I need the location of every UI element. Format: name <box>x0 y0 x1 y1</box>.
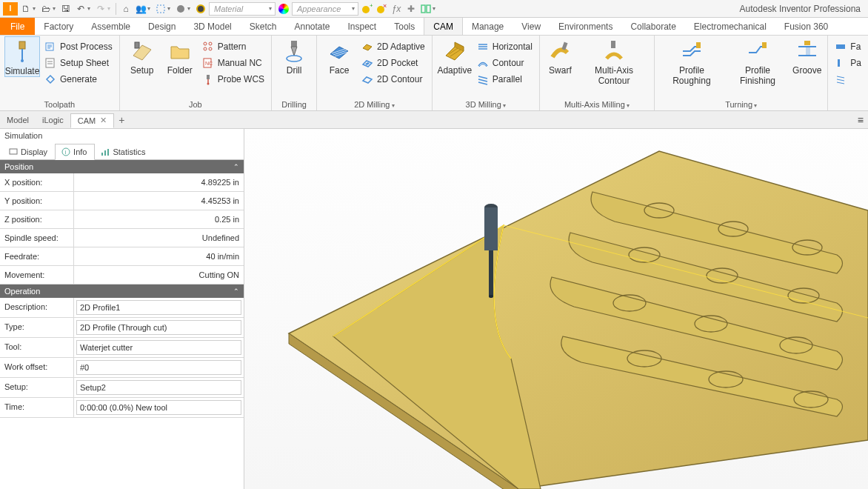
appearance-add-icon[interactable]: + <box>360 2 373 16</box>
display-icon <box>9 147 18 156</box>
parallel-icon <box>477 73 489 85</box>
position-header[interactable]: Position⌃ <box>0 160 244 173</box>
2d-adaptive-icon <box>361 41 373 53</box>
profile-roughing-button[interactable]: Profile Roughing <box>659 36 724 86</box>
probewcs-button[interactable]: Probe WCS <box>200 72 267 87</box>
spindle-row: Spindle speed:Undefined <box>0 229 244 247</box>
multiaxis-contour-button[interactable]: Multi-Axis Contour <box>578 36 650 86</box>
collapse-icon[interactable]: ⌃ <box>233 163 239 170</box>
tool-row: Tool:Waterjet cutter <box>0 338 244 358</box>
generate-button[interactable]: Generate <box>42 72 115 87</box>
generate-icon <box>44 73 56 85</box>
collapse-icon[interactable]: ⌃ <box>233 287 239 295</box>
multiaxis-contour-icon <box>602 39 626 63</box>
adaptive-icon <box>443 39 467 63</box>
feedrate-row: Feedrate:40 in/min <box>0 247 244 266</box>
tab-assemble[interactable]: Assemble <box>82 18 139 35</box>
panel-tab-display[interactable]: Display <box>3 144 55 159</box>
tab-collaborate[interactable]: Collaborate <box>621 18 684 35</box>
extras-thread-button[interactable] <box>832 72 864 87</box>
2d-contour-button[interactable]: 2D Contour <box>359 72 427 87</box>
simulate-button[interactable]: Simulate <box>4 36 40 77</box>
new-icon[interactable]: 🗋 <box>19 2 33 16</box>
svg-point-53 <box>489 295 493 298</box>
plus-icon[interactable]: ✚ <box>404 2 418 16</box>
svg-point-16 <box>204 47 207 50</box>
2d-pocket-button[interactable]: 2D Pocket <box>359 56 427 70</box>
groove-button[interactable]: Groove <box>791 36 823 76</box>
setup-button[interactable]: Setup <box>124 36 160 76</box>
save-icon[interactable]: 🖫 <box>59 2 73 16</box>
profile-roughing-icon <box>680 39 704 63</box>
layout-icon[interactable] <box>419 2 433 16</box>
horizontal-button[interactable]: Horizontal <box>475 39 535 54</box>
teams-icon[interactable]: 👥 <box>134 2 147 16</box>
file-tab[interactable]: File <box>0 18 35 35</box>
main-tabs: File Factory Assemble Design 3D Model Sk… <box>0 18 868 36</box>
drill-button[interactable]: Drill <box>276 36 312 76</box>
parallel-button[interactable]: Parallel <box>475 72 535 87</box>
adaptive-button[interactable]: Adaptive <box>437 36 473 76</box>
svg-rect-26 <box>696 42 701 48</box>
redo-icon[interactable]: ↷ <box>94 2 107 16</box>
3d-viewport[interactable] <box>244 129 868 489</box>
ribbon-group-2d-milling: Face 2D Adaptive 2D Pocket 2D Contour 2D… <box>317 36 433 110</box>
select-icon[interactable] <box>154 2 167 16</box>
folder-button[interactable]: Folder <box>162 36 198 76</box>
workoffset-row: Work offset:#0 <box>0 358 244 378</box>
open-icon[interactable]: 🗁 <box>39 2 53 16</box>
pattern-icon <box>202 41 214 53</box>
swarf-button[interactable]: Swarf <box>544 36 576 76</box>
movement-row: Movement:Cutting ON <box>0 266 244 285</box>
home-icon[interactable]: ⌂ <box>119 2 133 16</box>
material-combo[interactable]: Material <box>209 2 276 16</box>
tab-factory[interactable]: Factory <box>35 18 82 35</box>
horizontal-icon <box>477 41 489 53</box>
3d-contour-icon <box>477 57 489 69</box>
setupsheet-button[interactable]: Setup Sheet <box>42 56 115 70</box>
profile-finishing-button[interactable]: Profile Finishing <box>727 36 789 86</box>
2d-adaptive-button[interactable]: 2D Adaptive <box>359 39 427 54</box>
appearance-combo[interactable]: Appearance <box>292 2 358 16</box>
tab-view[interactable]: View <box>513 18 550 35</box>
svg-point-10 <box>21 59 24 62</box>
tab-fusion360[interactable]: Fusion 360 <box>775 18 837 35</box>
add-tab-button[interactable]: + <box>114 114 129 126</box>
material-swatch-icon[interactable] <box>174 2 187 16</box>
doc-tab-ilogic[interactable]: iLogic <box>36 113 70 127</box>
close-icon[interactable]: ✕ <box>100 116 107 125</box>
tab-cam[interactable]: CAM <box>424 18 463 35</box>
postprocess-button[interactable]: Post Process <box>42 39 115 54</box>
doc-tab-model[interactable]: Model <box>0 113 36 127</box>
tab-inspect[interactable]: Inspect <box>339 18 386 35</box>
tab-annotate[interactable]: Annotate <box>285 18 338 35</box>
3d-contour-button[interactable]: Contour <box>475 56 535 70</box>
tab-design[interactable]: Design <box>139 18 184 35</box>
tab-environments[interactable]: Environments <box>550 18 621 35</box>
doc-tab-cam[interactable]: CAM✕ <box>70 113 114 128</box>
tab-sketch[interactable]: Sketch <box>241 18 286 35</box>
panel-tab-statistics[interactable]: Statistics <box>95 144 153 159</box>
appearance-editor-icon[interactable] <box>194 2 207 16</box>
undo-icon[interactable]: ↶ <box>74 2 87 16</box>
manualnc-button[interactable]: NCManual NC <box>200 56 267 70</box>
simulate-icon <box>10 40 34 64</box>
hamburger-icon[interactable]: ≡ <box>858 114 864 126</box>
app-logo: I <box>3 2 18 16</box>
tab-electromechanical[interactable]: Electromechanical <box>685 18 775 35</box>
extras-face-button[interactable]: Fa <box>832 39 864 54</box>
panel-tab-info[interactable]: iInfo <box>55 144 95 160</box>
tab-manage[interactable]: Manage <box>463 18 513 35</box>
face-button[interactable]: Face <box>321 36 357 76</box>
tab-tools[interactable]: Tools <box>385 18 424 35</box>
extras-part-button[interactable]: Pa <box>832 56 864 70</box>
panel-title: Simulation <box>0 129 244 142</box>
appearance-remove-icon[interactable]: × <box>375 2 388 16</box>
pattern-button[interactable]: Pattern <box>200 39 267 54</box>
tab-3dmodel[interactable]: 3D Model <box>184 18 240 35</box>
svg-point-21 <box>207 83 209 85</box>
panel-tabs: Display iInfo Statistics <box>0 142 244 160</box>
appearance-ball-icon[interactable] <box>277 2 290 16</box>
operation-header[interactable]: Operation⌃ <box>0 285 244 298</box>
fx-icon[interactable]: ƒx <box>390 2 403 16</box>
